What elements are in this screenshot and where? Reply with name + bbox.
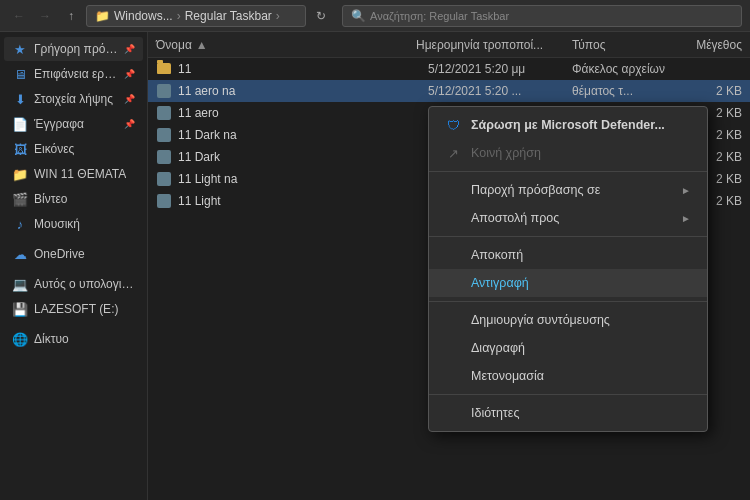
- submenu-arrow-2-icon: ►: [681, 213, 691, 224]
- ctx-item-cut[interactable]: Αποκοπή: [429, 241, 707, 269]
- col-header-date[interactable]: Ημερομηνία τροποποί...: [416, 38, 572, 52]
- breadcrumb-current: Regular Taskbar: [185, 9, 272, 23]
- col-header-size[interactable]: Μέγεθος: [672, 38, 742, 52]
- table-row[interactable]: 11 5/12/2021 5:20 μμ Φάκελος αρχείων: [148, 58, 750, 80]
- refresh-button[interactable]: ↻: [310, 5, 332, 27]
- ctx-item-send-to[interactable]: Αποστολή προς ►: [429, 204, 707, 232]
- sidebar-label-desktop: Επιφάνεια εργασ.: [34, 67, 118, 81]
- file-name: 11 Light na: [178, 172, 428, 186]
- table-row[interactable]: 11 aero na 5/12/2021 5:20 ... θέματος τ.…: [148, 80, 750, 102]
- sidebar-item-documents[interactable]: 📄 Έγγραφα 📌: [4, 112, 143, 136]
- shortcut-icon: [445, 312, 461, 328]
- sidebar-item-downloads[interactable]: ⬇ Στοιχεία λήψης 📌: [4, 87, 143, 111]
- downloads-icon: ⬇: [12, 91, 28, 107]
- col-header-name[interactable]: Όνομα ▲: [156, 38, 416, 52]
- theme-icon: [156, 171, 172, 187]
- ctx-item-copy[interactable]: Αντιγραφή: [429, 269, 707, 297]
- copy-icon: [445, 275, 461, 291]
- theme-icon: [156, 83, 172, 99]
- file-name: 11 Dark: [178, 150, 428, 164]
- sidebar-label-video: Βίντεο: [34, 192, 67, 206]
- sidebar-item-thispc[interactable]: 💻 Αυτός ο υπολογιστ.: [4, 272, 143, 296]
- column-headers: Όνομα ▲ Ημερομηνία τροποποί... Τύπος Μέγ…: [148, 32, 750, 58]
- sidebar-item-music[interactable]: ♪ Μουσική: [4, 212, 143, 236]
- grant-access-icon: [445, 182, 461, 198]
- file-name: 11 Light: [178, 194, 428, 208]
- quick-access-icon: ★: [12, 41, 28, 57]
- theme-icon: [156, 193, 172, 209]
- ctx-label-properties: Ιδιότητες: [471, 406, 519, 420]
- ctx-label-delete: Διαγραφή: [471, 341, 525, 355]
- ctx-label-share: Κοινή χρήση: [471, 146, 541, 160]
- ctx-item-delete[interactable]: Διαγραφή: [429, 334, 707, 362]
- ctx-divider-3: [429, 301, 707, 302]
- ctx-item-grant-access[interactable]: Παροχή πρόσβασης σε ►: [429, 176, 707, 204]
- ctx-item-scan[interactable]: 🛡 Σάρωση με Microsoft Defender...: [429, 111, 707, 139]
- ctx-label-rename: Μετονομασία: [471, 369, 544, 383]
- theme-icon: [156, 149, 172, 165]
- defender-shield-icon: 🛡: [445, 117, 461, 133]
- ctx-item-rename[interactable]: Μετονομασία: [429, 362, 707, 390]
- submenu-arrow-icon: ►: [681, 185, 691, 196]
- ctx-label-send-to: Αποστολή προς: [471, 211, 559, 225]
- sidebar-item-images[interactable]: 🖼 Εικόνες: [4, 137, 143, 161]
- breadcrumb-folder-icon: 📁: [95, 9, 110, 23]
- ctx-label-cut: Αποκοπή: [471, 248, 523, 262]
- breadcrumb[interactable]: 📁 Windows... › Regular Taskbar ›: [86, 5, 306, 27]
- pin-icon-2: 📌: [124, 94, 135, 104]
- pin-icon-0: 📌: [124, 44, 135, 54]
- forward-button[interactable]: →: [34, 5, 56, 27]
- ctx-label-grant-access: Παροχή πρόσβασης σε: [471, 183, 600, 197]
- breadcrumb-text: Windows...: [114, 9, 173, 23]
- share-icon: ↗: [445, 145, 461, 161]
- ctx-item-properties[interactable]: Ιδιότητες: [429, 399, 707, 427]
- theme-icon: [156, 105, 172, 121]
- ctx-item-create-shortcut[interactable]: Δημιουργία συντόμευσης: [429, 306, 707, 334]
- pin-icon-1: 📌: [124, 69, 135, 79]
- sidebar-item-onedrive[interactable]: ☁ OneDrive: [4, 242, 143, 266]
- cut-icon: [445, 247, 461, 263]
- ctx-label-create-shortcut: Δημιουργία συντόμευσης: [471, 313, 610, 327]
- desktop-icon: 🖥: [12, 66, 28, 82]
- thispc-icon: 💻: [12, 276, 28, 292]
- sidebar-label-images: Εικόνες: [34, 142, 74, 156]
- sidebar-label-quick-access: Γρήγορη πρόσβαση: [34, 42, 118, 56]
- network-icon: 🌐: [12, 331, 28, 347]
- search-bar[interactable]: 🔍 Αναζήτηση: Regular Taskbar: [342, 5, 742, 27]
- sidebar-label-documents: Έγγραφα: [34, 117, 84, 131]
- context-menu: 🛡 Σάρωση με Microsoft Defender... ↗ Κοιν…: [428, 106, 708, 432]
- sidebar-label-music: Μουσική: [34, 217, 80, 231]
- sidebar-item-network[interactable]: 🌐 Δίκτυο: [4, 327, 143, 351]
- sidebar: ★ Γρήγορη πρόσβαση 📌 🖥 Επιφάνεια εργασ. …: [0, 32, 148, 500]
- ctx-divider-2: [429, 236, 707, 237]
- delete-icon: [445, 340, 461, 356]
- sidebar-item-win11themes[interactable]: 📁 WIN 11 ΘΕΜΑΤΑ: [4, 162, 143, 186]
- file-size: 2 KB: [672, 84, 742, 98]
- theme-icon: [156, 127, 172, 143]
- sidebar-item-lazesoft[interactable]: 💾 LAZESOFT (E:): [4, 297, 143, 321]
- sidebar-label-onedrive: OneDrive: [34, 247, 85, 261]
- music-icon: ♪: [12, 216, 28, 232]
- ctx-label-copy: Αντιγραφή: [471, 276, 529, 290]
- onedrive-icon: ☁: [12, 246, 28, 262]
- file-type: θέματος τ...: [572, 84, 672, 98]
- back-button[interactable]: ←: [8, 5, 30, 27]
- main-layout: ★ Γρήγορη πρόσβαση 📌 🖥 Επιφάνεια εργασ. …: [0, 32, 750, 500]
- send-to-icon: [445, 210, 461, 226]
- col-header-type[interactable]: Τύπος: [572, 38, 672, 52]
- images-icon: 🖼: [12, 141, 28, 157]
- sidebar-item-desktop[interactable]: 🖥 Επιφάνεια εργασ. 📌: [4, 62, 143, 86]
- sidebar-label-network: Δίκτυο: [34, 332, 69, 346]
- pin-icon-3: 📌: [124, 119, 135, 129]
- sort-icon: ▲: [196, 38, 208, 52]
- file-type: Φάκελος αρχείων: [572, 62, 672, 76]
- ctx-divider-4: [429, 394, 707, 395]
- ctx-item-share[interactable]: ↗ Κοινή χρήση: [429, 139, 707, 167]
- sidebar-item-quick-access[interactable]: ★ Γρήγορη πρόσβαση 📌: [4, 37, 143, 61]
- documents-icon: 📄: [12, 116, 28, 132]
- rename-icon: [445, 368, 461, 384]
- sidebar-item-video[interactable]: 🎬 Βίντεο: [4, 187, 143, 211]
- sidebar-label-lazesoft: LAZESOFT (E:): [34, 302, 118, 316]
- up-button[interactable]: ↑: [60, 5, 82, 27]
- file-name: 11 aero: [178, 106, 428, 120]
